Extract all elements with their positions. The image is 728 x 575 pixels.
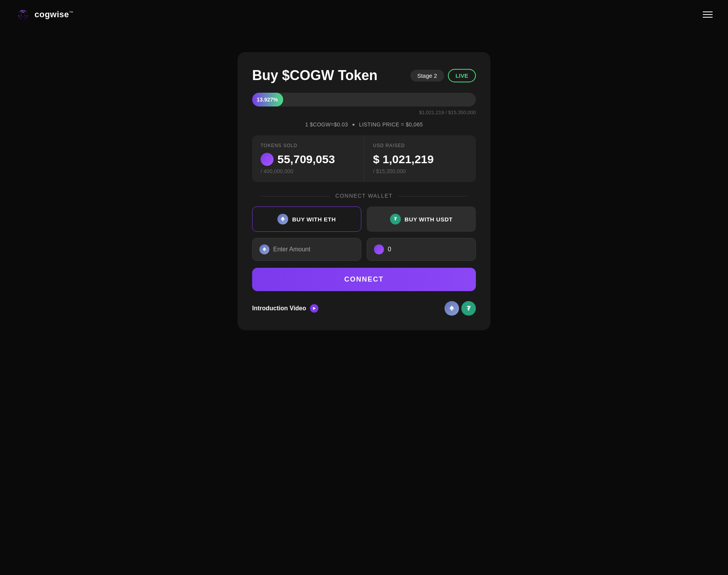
header: cogwise™ <box>0 0 728 29</box>
usd-raised-sub: / $15,350,000 <box>373 168 468 174</box>
card-footer: Introduction Video ₮ <box>252 301 476 316</box>
eth-input-icon <box>259 244 269 254</box>
usdt-icon: ₮ <box>390 214 401 224</box>
main-content: Buy $COGW Token Stage 2 LIVE 13.927% $1,… <box>0 29 728 575</box>
price-info: 1 $COGW=$0.03 LISTING PRICE = $0,065 <box>252 121 476 128</box>
price-cogw: 1 $COGW=$0.03 <box>305 121 348 128</box>
progress-bar: 13.927% <box>252 93 476 106</box>
usd-raised-value-row: $ 1,021,219 <box>373 153 468 166</box>
card-title: Buy $COGW Token <box>252 67 377 84</box>
buy-with-eth-button[interactable]: BUY WITH ETH <box>252 206 361 232</box>
cogw-amount-icon <box>374 244 384 254</box>
connect-wallet-label: CONNECT WALLET <box>252 193 476 199</box>
hamburger-menu[interactable] <box>703 11 713 18</box>
play-icon[interactable] <box>310 304 318 313</box>
intro-video: Introduction Video <box>252 304 318 313</box>
usd-raised-value: $ 1,021,219 <box>373 153 434 166</box>
amount-input-box <box>252 238 361 261</box>
usd-raised-label: USD RAISED <box>373 143 468 148</box>
buy-usdt-label: BUY WITH USDT <box>405 216 453 223</box>
stats-row: TOKENS SOLD 55,709,053 / 400,000,000 <box>252 135 476 182</box>
progress-fill: 13.927% <box>252 93 283 106</box>
buy-with-usdt-button[interactable]: ₮ BUY WITH USDT <box>367 206 476 232</box>
tokens-sold-sub: / 400,000,000 <box>261 168 355 174</box>
buy-card: Buy $COGW Token Stage 2 LIVE 13.927% $1,… <box>238 52 490 330</box>
footer-usdt-icon: ₮ <box>461 301 476 316</box>
price-dot <box>353 124 354 126</box>
intro-video-label: Introduction Video <box>252 305 306 312</box>
logo-area: cogwise™ <box>15 7 74 22</box>
buy-buttons: BUY WITH ETH ₮ BUY WITH USDT <box>252 206 476 232</box>
tokens-sold-label: TOKENS SOLD <box>261 143 355 148</box>
svg-marker-4 <box>313 307 316 310</box>
progress-label: 13.927% <box>257 97 278 103</box>
stage-badge: Stage 2 <box>410 70 444 82</box>
cogw-token-icon <box>261 153 274 166</box>
connect-button[interactable]: CONNECT <box>252 268 476 291</box>
footer-coins: ₮ <box>444 301 476 316</box>
tokens-sold-value-row: 55,709,053 <box>261 153 355 166</box>
listing-price: LISTING PRICE = $0,065 <box>359 121 423 128</box>
tokens-sold-value: 55,709,053 <box>277 153 335 166</box>
eth-icon <box>277 214 288 224</box>
card-header: Buy $COGW Token Stage 2 LIVE <box>252 67 476 84</box>
footer-eth-icon <box>444 301 459 316</box>
live-badge: LIVE <box>448 69 476 82</box>
progress-amounts: $1,021,219 / $15,350,000 <box>252 110 476 115</box>
enter-amount-input[interactable] <box>273 246 354 253</box>
cogwise-logo-icon <box>15 7 31 22</box>
tokens-sold-box: TOKENS SOLD 55,709,053 / 400,000,000 <box>252 135 364 182</box>
cogw-output-value: 0 <box>388 246 391 253</box>
cogw-amount-box: 0 <box>367 238 476 261</box>
input-row: 0 <box>252 238 476 261</box>
buy-eth-label: BUY WITH ETH <box>292 216 336 223</box>
usd-raised-box: USD RAISED $ 1,021,219 / $15,350,000 <box>365 135 476 182</box>
badge-row: Stage 2 LIVE <box>410 69 476 82</box>
logo-text: cogwise™ <box>34 10 74 20</box>
